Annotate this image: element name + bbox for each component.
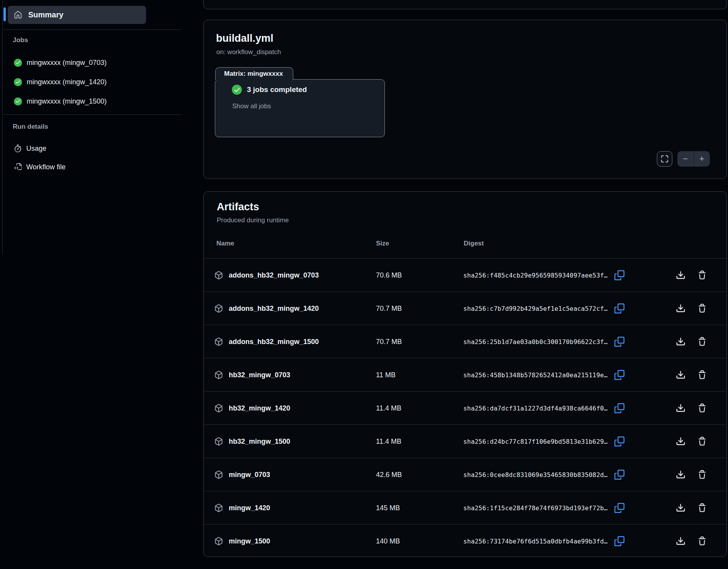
copy-digest-icon[interactable]: [614, 436, 624, 446]
artifact-name: addons_hb32_mingw_1500: [229, 337, 319, 346]
sidebar-job-item[interactable]: mingwxxxx (mingw_1420): [10, 74, 176, 90]
sidebar-rail-divider: [2, 0, 3, 254]
table-row: hb32_mingw_1500 11.4 MB sha256:d24bc77c8…: [204, 425, 726, 458]
artifact-digest: sha256:f485c4cb29e9565985934097aee53f…: [463, 271, 608, 279]
download-artifact-icon[interactable]: [676, 370, 685, 380]
artifact-name: hb32_mingw_1500: [229, 437, 290, 445]
table-row: mingw_0703 42.6 MB sha256:0cee8dc831069e…: [204, 458, 726, 491]
download-artifact-icon[interactable]: [676, 303, 685, 313]
run-details-section-header: Run details: [13, 123, 48, 131]
artifact-size: 140 MB: [376, 537, 400, 545]
artifact-size: 70.6 MB: [376, 271, 402, 279]
table-row: hb32_mingw_0703 11 MB sha256:458b1348b57…: [204, 358, 726, 392]
artifact-name: addons_hb32_mingw_0703: [229, 271, 319, 279]
artifact-size: 145 MB: [376, 504, 400, 512]
artifact-name: hb32_mingw_0703: [229, 371, 290, 379]
artifact-size: 11 MB: [376, 371, 396, 379]
table-row: addons_hb32_mingw_1500 70.7 MB sha256:25…: [204, 325, 726, 358]
workflow-file-name: buildall.yml: [216, 32, 274, 44]
copy-digest-icon[interactable]: [614, 270, 624, 280]
copy-digest-icon[interactable]: [614, 337, 624, 347]
artifact-size: 11.4 MB: [376, 437, 401, 445]
matrix-tab-join: [216, 79, 293, 80]
job-label: mingwxxxx (mingw_1420): [27, 78, 107, 86]
copy-digest-icon[interactable]: [614, 403, 624, 413]
copy-digest-icon[interactable]: [614, 536, 624, 546]
download-artifact-icon[interactable]: [676, 403, 685, 413]
artifact-digest: sha256:d24bc77c817f106e9bd5813e31b629…: [463, 438, 608, 445]
package-icon: [214, 304, 223, 313]
matrix-status: 3 jobs completed: [232, 85, 307, 95]
delete-artifact-icon[interactable]: [697, 337, 707, 346]
package-icon: [214, 504, 223, 512]
delete-artifact-icon[interactable]: [697, 437, 707, 446]
matrix-node[interactable]: Matrix: mingwxxxx 3 jobs completed Show …: [215, 67, 385, 137]
fullscreen-icon: [661, 155, 668, 163]
column-header-name: Name: [216, 240, 234, 247]
zoom-out-button[interactable]: −: [677, 151, 694, 167]
sidebar-divider: [3, 29, 182, 30]
download-artifact-icon[interactable]: [676, 470, 685, 479]
download-artifact-icon[interactable]: [676, 337, 685, 346]
show-all-jobs-link[interactable]: Show all jobs: [232, 102, 271, 110]
delete-artifact-icon[interactable]: [697, 537, 707, 546]
download-artifact-icon[interactable]: [676, 270, 685, 280]
artifact-name: mingw_1500: [229, 537, 270, 545]
delete-artifact-icon[interactable]: [697, 271, 707, 280]
artifact-digest: sha256:25b1d7ae03a0b0c300170b96622c3f…: [463, 338, 608, 345]
artifact-name: mingw_0703: [229, 470, 270, 479]
file-code-icon: [14, 163, 22, 171]
check-circle-icon: [14, 78, 22, 86]
sidebar-divider: [3, 114, 182, 115]
delete-artifact-icon[interactable]: [697, 404, 707, 413]
check-circle-icon: [14, 97, 22, 106]
sidebar-item-summary[interactable]: Summary: [8, 6, 146, 24]
artifacts-table-header: Name Size Digest: [204, 192, 726, 259]
table-row: mingw_1420 145 MB sha256:1f15ce284f78e74…: [204, 491, 726, 525]
delete-artifact-icon[interactable]: [697, 370, 707, 380]
download-artifact-icon[interactable]: [676, 436, 685, 446]
artifact-size: 42.6 MB: [376, 470, 402, 479]
sidebar-item-workflow-file[interactable]: Workflow file: [10, 159, 176, 175]
stopwatch-icon: [14, 145, 22, 152]
sidebar-job-item[interactable]: mingwxxxx (mingw_0703): [10, 55, 176, 70]
table-row: addons_hb32_mingw_1420 70.7 MB sha256:c7…: [204, 292, 726, 325]
artifact-digest: sha256:1f15ce284f78e74f6973bd193ef72b…: [463, 504, 608, 511]
table-row: addons_hb32_mingw_0703 70.6 MB sha256:f4…: [204, 259, 726, 292]
artifact-digest: sha256:0cee8dc831069e35465830b835082d…: [463, 471, 608, 478]
fullscreen-button[interactable]: [657, 151, 672, 167]
artifact-size: 70.7 MB: [376, 337, 402, 346]
sidebar-item-label: Summary: [28, 10, 63, 19]
copy-digest-icon[interactable]: [614, 503, 624, 513]
artifact-digest: sha256:458b1348b5782652412a0ea215119e…: [463, 371, 608, 378]
package-icon: [214, 371, 223, 379]
artifact-size: 11.4 MB: [376, 404, 401, 412]
sidebar-item-label: Workflow file: [26, 163, 66, 171]
package-icon: [214, 537, 223, 545]
matrix-node-label: Matrix: mingwxxxx: [224, 70, 283, 78]
zoom-in-button[interactable]: +: [694, 151, 710, 167]
delete-artifact-icon[interactable]: [697, 304, 707, 313]
check-circle-icon: [232, 85, 242, 95]
artifact-digest: sha256:c7b7d992b429a5ef1e1c5eaca572cf…: [463, 305, 608, 312]
artifacts-table-body: addons_hb32_mingw_0703 70.6 MB sha256:f4…: [204, 259, 726, 558]
sidebar-item-usage[interactable]: Usage: [10, 141, 176, 156]
delete-artifact-icon[interactable]: [697, 503, 707, 513]
copy-digest-icon[interactable]: [614, 470, 624, 480]
job-label: mingwxxxx (mingw_0703): [27, 59, 107, 67]
artifact-name: hb32_mingw_1420: [229, 404, 290, 412]
download-artifact-icon[interactable]: [676, 537, 685, 546]
artifact-name: addons_hb32_mingw_1420: [229, 304, 319, 312]
delete-artifact-icon[interactable]: [697, 470, 707, 479]
artifacts-panel: Artifacts Produced during runtime Name S…: [203, 191, 727, 557]
download-artifact-icon[interactable]: [676, 503, 685, 513]
jobs-section-header: Jobs: [13, 36, 28, 44]
package-icon: [214, 271, 223, 279]
table-row: hb32_mingw_1420 11.4 MB sha256:da7dcf31a…: [204, 392, 726, 425]
sidebar-job-item[interactable]: mingwxxxx (mingw_1500): [10, 94, 176, 109]
copy-digest-icon[interactable]: [614, 303, 624, 313]
column-header-digest: Digest: [464, 240, 484, 247]
matrix-status-text: 3 jobs completed: [247, 85, 307, 94]
copy-digest-icon[interactable]: [614, 370, 624, 380]
package-icon: [214, 437, 223, 446]
